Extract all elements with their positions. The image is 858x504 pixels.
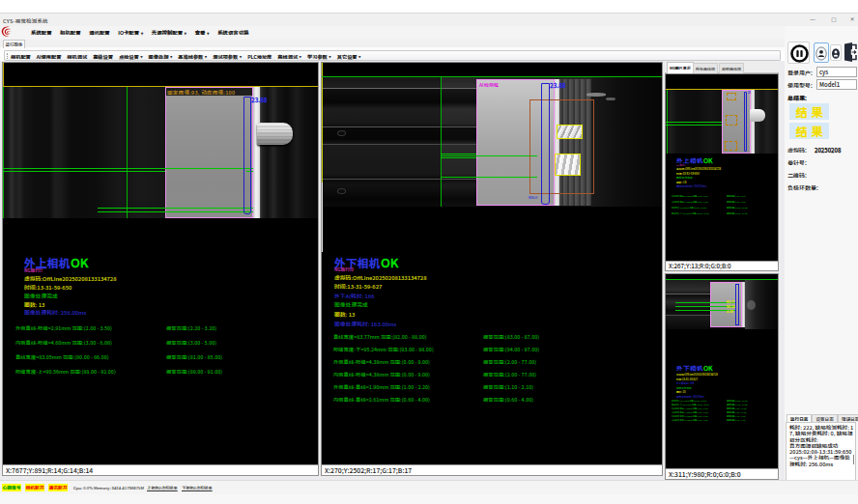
metal-pin-upper (257, 123, 293, 145)
measure-value: 内侧直线-直线=2.61mm 范围:(0.60 - 4.00) (333, 396, 430, 404)
login-user-label: 登录用户: (787, 69, 813, 77)
toolstrip-item-label: 图像处理 (149, 53, 169, 60)
lower-camera-check-result: 下相机0点检结果 (182, 485, 213, 490)
menu-item[interactable]: IO卡配置▼ (118, 29, 143, 37)
log-text-area[interactable]: 耗时: 222, 缺陷检测耗时: 17, 缺陷分类耗时: 0, 缺陷提取分区耗时… (786, 422, 856, 484)
toolstrip-item-label: 相机配置 (11, 53, 31, 60)
login-user-button[interactable] (814, 42, 829, 63)
toolstrip-item[interactable]: 相机配置 (11, 53, 31, 60)
tab-bar (0, 40, 785, 47)
log-tab-settings[interactable]: 设置日志 (812, 414, 837, 422)
measure-row: 内侧直线-隙缝=4.60mm 范围:(3.00 - 6.00)报警范围:(3.0… (15, 339, 318, 347)
app-logo-icon (1, 25, 12, 38)
turns-line: 圈数: 13 (676, 181, 686, 184)
measure-value: 外侧直线-隙缝=4.38mm 范围:(0.00 - 9.00) (672, 407, 708, 410)
photo-upper: 固定阈值:93, 动态阈值:100 23.88 (3, 87, 318, 218)
baseline-vertical (441, 77, 442, 207)
camera-image-upper[interactable]: 固定阈值:93, 动态阈值:100 23.88 外上相机OK NG放行!! 虚拟… (3, 63, 318, 464)
time-line: 时间:13-31-59-627 (334, 282, 382, 291)
log-tab-errors[interactable]: 错误日志 (838, 414, 858, 422)
menu-item-label: 查看 (195, 29, 206, 37)
screw-detail (337, 188, 346, 194)
roi-rect-blue (541, 83, 550, 205)
toolstrip-item[interactable]: 基准线参数▼ (178, 53, 207, 60)
log-tab-run[interactable]: 运行日志 (786, 414, 812, 422)
measure-line-h3 (98, 208, 253, 209)
barcode-line: 虚拟码:OffLine20250208133134728 (676, 373, 718, 377)
model-field[interactable]: Model1 (816, 79, 857, 90)
mini-tab-all-curves[interactable]: 所有曲线图 (693, 63, 718, 73)
menu-item-label: 光源控制配置 (152, 29, 183, 37)
camera-result-ok: OK (381, 253, 398, 271)
toolstrip-item[interactable]: PLC地址库 (247, 53, 272, 60)
mini-image-upper[interactable]: 23.88 外上相机OK NG放行!! 虚拟码:OffLine202502081… (666, 74, 778, 261)
alarm-range: 报警范围:(89.00 - 91.00) (727, 212, 748, 215)
camera-name: 外下相机 (676, 363, 703, 373)
measure-value: 直线宽度=83.05mm 范围:(80.00 - 86.00) (15, 353, 109, 361)
toolstrip-item[interactable]: 其它设置▼ (337, 53, 361, 60)
mini-photo-upper: 23.88 (666, 90, 778, 154)
measure-row: 直线宽度=83.05mm 范围:(80.00 - 86.00)报警范围:(81.… (15, 353, 318, 361)
menu-item[interactable]: 光源控制配置▼ (152, 29, 186, 37)
toolstrip-item-label: 测试项参数 (213, 53, 238, 60)
toolstrip-item[interactable]: 学习参数▼ (307, 53, 331, 60)
pause-button[interactable] (787, 42, 810, 64)
alarm-range: 报警范围:(0.60 - 4.00) (727, 419, 746, 422)
measure-value: 隙缝宽度-下=95.24mm 范围:(93.00 - 98.00) (333, 346, 434, 353)
measure-line-h1 (3, 168, 253, 169)
toolstrip-item[interactable]: 图像处理▼ (149, 53, 173, 60)
defect-box-orange (726, 115, 737, 126)
admin-user-button[interactable] (830, 44, 842, 61)
measure-row: 外侧直线-直线=1.90mm 范围:(1.00 - 2.20)报警范围:(1.1… (333, 383, 660, 391)
mini-tab-curve-2[interactable]: 能相曲线图 (719, 63, 744, 73)
toolstrip-items: 相机配置AI使用配置相机调试高级设置点检设置▼图像处理▼基准线参数▼测试项参数▼… (11, 51, 360, 61)
measure-value: 外侧直线-隙缝=2.91mm 范围:(2.00 - 3.50) (15, 324, 112, 332)
screw-detail (337, 130, 346, 136)
virtual-code-value: 20250208 (815, 146, 841, 154)
measure-value: 隙缝宽度-下=95.24mm 范围:(93.00 - 98.00) (672, 404, 709, 406)
menu-item[interactable]: 通讯配置 (89, 29, 110, 37)
roi-rect-blue (243, 97, 251, 214)
metal-highlight (747, 300, 756, 310)
measure-line (666, 125, 722, 126)
measure-value: 外侧直线-直线=1.90mm 范围:(1.00 - 2.20) (672, 415, 708, 418)
toolstrip-item[interactable]: 离线调试▼ (277, 53, 301, 60)
ng-flag-line: NG放行!0 (334, 266, 354, 272)
menu-item[interactable]: 相机配置 (60, 29, 81, 37)
login-user-field[interactable]: cys (816, 67, 857, 77)
roi-edge-marker (3, 63, 4, 87)
toolstrip-item[interactable]: 测试项参数▼ (213, 53, 242, 60)
measure-value: 直线宽度=83.77mm 范围:(82.00 - 88.00) (672, 400, 706, 403)
toolstrip-item[interactable]: 高级设置 (93, 53, 113, 60)
measure-row: 隙缝宽度-下=95.24mm 范围:(93.00 - 98.00)报警范围:(9… (333, 346, 660, 353)
alarm-range: 报警范围:(83.00 - 87.00) (483, 333, 539, 341)
mini-panel-lower: 83.77 95.24 4.38 外下相机OK 虚拟码:OffLine20250… (665, 273, 779, 480)
alarm-range: 报警范围:(2.20 - 3.20) (727, 195, 746, 198)
log-scrollbar[interactable] (853, 455, 854, 464)
window-maximize-button[interactable]: □ (826, 14, 842, 27)
mini-image-lower[interactable]: 83.77 95.24 4.38 外下相机OK 虚拟码:OffLine20250… (666, 274, 778, 468)
mini-tab-ng-display[interactable]: NG图片显示 (667, 62, 694, 73)
toolstrip-item[interactable]: AI使用配置 (37, 53, 62, 60)
measure-line-h4 (98, 211, 253, 212)
app-window: CYS-视觉检测系统 — □ ✕ 系统配置相机配置通讯配置IO卡配置▼光源控制配… (0, 0, 858, 504)
photo-bg-left (3, 87, 165, 218)
menu-item[interactable]: 查看▼ (195, 29, 210, 37)
toolstrip-item[interactable]: 相机调试 (67, 53, 87, 60)
camera-image-lower[interactable]: AI检测框 23.88 (322, 63, 662, 464)
tab-run-image[interactable]: 运行图像 (3, 40, 25, 48)
menu-item[interactable]: 系统配置 (31, 29, 52, 37)
pause-icon (789, 43, 810, 64)
heartbeat-status-chip: 心跳信号 (2, 484, 21, 491)
menu-item[interactable]: 系统语言切换 (217, 29, 248, 37)
login-user-icon (815, 44, 828, 63)
machinery-dark-right (591, 77, 662, 207)
measure-row: 外侧直线-隙缝=4.38mm 范围:(0.00 - 9.00)报警范围:(2.0… (672, 407, 776, 410)
measure-value: 直线宽度=83.05mm 范围:(80.00 - 86.00) (672, 207, 706, 210)
alarm-range: 报警范围:(1.10 - 2.10) (727, 415, 746, 418)
toolstrip-item[interactable]: 点检设置▼ (119, 53, 143, 60)
time-line: 时间:13-31-59-650 (676, 172, 700, 176)
window-minimize-button[interactable]: — (805, 14, 820, 27)
window-close-button[interactable]: ✕ (844, 14, 858, 27)
exit-button[interactable] (844, 42, 858, 63)
